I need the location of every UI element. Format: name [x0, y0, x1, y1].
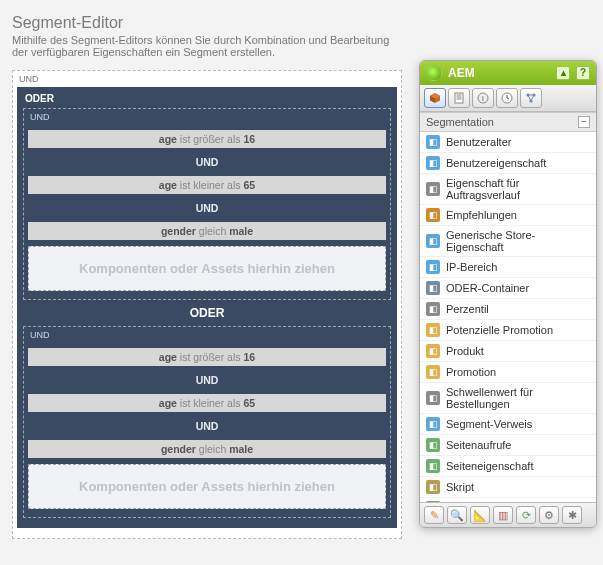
- design-button[interactable]: 📐: [470, 506, 490, 524]
- component-item[interactable]: ◧Benutzeralter: [420, 132, 596, 153]
- rule-operator: ist kleiner als: [180, 179, 244, 191]
- component-item[interactable]: ◧ODER-Container: [420, 278, 596, 299]
- component-item[interactable]: ◧Eigenschaft für Auftragsverlauf: [420, 174, 596, 205]
- globe-icon: ⚙: [544, 510, 554, 521]
- component-icon: ◧: [426, 323, 440, 337]
- component-label: Generische Store-Eigenschaft: [446, 229, 590, 253]
- component-label: Produkt: [446, 345, 484, 357]
- tab-page[interactable]: [448, 88, 470, 108]
- reload-button[interactable]: ⟳: [516, 506, 536, 524]
- pencil-icon: ✎: [430, 510, 439, 521]
- tab-info[interactable]: i: [472, 88, 494, 108]
- rule-row[interactable]: gender gleich male: [28, 440, 386, 458]
- rule-field: gender: [161, 225, 196, 237]
- and-label: UND: [28, 329, 386, 344]
- edit-button[interactable]: ✎: [424, 506, 444, 524]
- and-separator: UND: [28, 416, 386, 436]
- rule-row[interactable]: age ist kleiner als 65: [28, 176, 386, 194]
- magnifier-icon: 🔍: [450, 510, 464, 521]
- svg-text:i: i: [482, 94, 484, 103]
- help-icon[interactable]: ?: [576, 66, 590, 80]
- rule-value: 65: [243, 179, 255, 191]
- sidekick-section-header[interactable]: Segmentation −: [420, 112, 596, 132]
- component-dropzone[interactable]: Komponenten oder Assets hierhin ziehen: [28, 464, 386, 509]
- websites-button[interactable]: ▥: [493, 506, 513, 524]
- page-icon: [453, 92, 465, 104]
- component-label: Perzentil: [446, 303, 489, 315]
- rule-field: age: [159, 133, 177, 145]
- rule-field: age: [159, 351, 177, 363]
- and-container-inner[interactable]: UND age ist größer als 16 UND age ist kl…: [23, 326, 391, 518]
- sidekick-header[interactable]: AEM ▴ ?: [420, 61, 596, 85]
- reload-icon: ⟳: [522, 510, 531, 521]
- component-dropzone[interactable]: Komponenten oder Assets hierhin ziehen: [28, 246, 386, 291]
- page-subtitle: Mithilfe des Segment-Editors können Sie …: [12, 34, 402, 58]
- component-list: ◧Benutzeralter◧Benutzereigenschaft◧Eigen…: [420, 132, 596, 502]
- or-separator: ODER: [23, 300, 391, 326]
- component-item[interactable]: ◧Generische Store-Eigenschaft: [420, 226, 596, 257]
- rule-row[interactable]: age ist größer als 16: [28, 348, 386, 366]
- component-item[interactable]: ◧Benutzereigenschaft: [420, 153, 596, 174]
- component-item[interactable]: ◧Promotion: [420, 362, 596, 383]
- component-item[interactable]: ◧Empfehlungen: [420, 205, 596, 226]
- rule-row[interactable]: gender gleich male: [28, 222, 386, 240]
- component-item[interactable]: ◧Seitenaufrufe: [420, 435, 596, 456]
- and-separator: UND: [28, 370, 386, 390]
- rule-value: male: [229, 225, 253, 237]
- sidekick-title: AEM: [448, 66, 475, 80]
- sidekick-tabs: i: [420, 85, 596, 112]
- component-icon: ◧: [426, 234, 440, 248]
- or-label: ODER: [23, 91, 391, 108]
- or-container[interactable]: ODER UND age ist größer als 16 UND age i…: [17, 87, 397, 528]
- sidekick-panel[interactable]: AEM ▴ ? i Segmentation − ◧Benutzeralter◧…: [419, 60, 597, 528]
- component-icon: ◧: [426, 365, 440, 379]
- component-item[interactable]: ◧IP-Bereich: [420, 257, 596, 278]
- book-icon: ▥: [498, 510, 508, 521]
- rule-operator: ist größer als: [180, 133, 244, 145]
- rule-field: age: [159, 397, 177, 409]
- component-icon: ◧: [426, 417, 440, 431]
- properties-button[interactable]: ✱: [562, 506, 582, 524]
- and-separator: UND: [28, 198, 386, 218]
- preview-button[interactable]: 🔍: [447, 506, 467, 524]
- and-separator: UND: [28, 152, 386, 172]
- rule-operator: ist größer als: [180, 351, 244, 363]
- component-label: Segment-Verweis: [446, 418, 532, 430]
- rule-row[interactable]: age ist größer als 16: [28, 130, 386, 148]
- tab-workflow[interactable]: [520, 88, 542, 108]
- rule-value: 16: [243, 351, 255, 363]
- component-icon: ◧: [426, 344, 440, 358]
- component-label: Benutzereigenschaft: [446, 157, 546, 169]
- component-item[interactable]: ◧Skript: [420, 477, 596, 498]
- segment-editor: UND ODER UND age ist größer als 16 UND a…: [12, 70, 402, 539]
- component-item[interactable]: ◧Produkt: [420, 341, 596, 362]
- rule-field: gender: [161, 443, 196, 455]
- collapse-icon[interactable]: ▴: [556, 66, 570, 80]
- rule-row[interactable]: age ist kleiner als 65: [28, 394, 386, 412]
- section-collapse-icon[interactable]: −: [578, 116, 590, 128]
- and-container-outer[interactable]: UND ODER UND age ist größer als 16 UND a…: [12, 70, 402, 539]
- component-item[interactable]: ◧Segment-Verweis: [420, 414, 596, 435]
- component-item[interactable]: ◧Perzentil: [420, 299, 596, 320]
- component-item[interactable]: ◧Potenzielle Promotion: [420, 320, 596, 341]
- tab-versioning[interactable]: [496, 88, 518, 108]
- rule-value: male: [229, 443, 253, 455]
- component-item[interactable]: ◧Seiteneigenschaft: [420, 456, 596, 477]
- component-label: Skript: [446, 481, 474, 493]
- and-container-inner[interactable]: UND age ist größer als 16 UND age ist kl…: [23, 108, 391, 300]
- component-label: Benutzeralter: [446, 136, 511, 148]
- ruler-icon: 📐: [473, 510, 487, 521]
- svg-line-16: [528, 95, 531, 101]
- component-icon: ◧: [426, 281, 440, 295]
- info-icon: i: [477, 92, 489, 104]
- rule-operator: gleich: [199, 225, 229, 237]
- component-label: Eigenschaft für Auftragsverlauf: [446, 177, 590, 201]
- component-icon: ◧: [426, 156, 440, 170]
- clientcontext-button[interactable]: ⚙: [539, 506, 559, 524]
- tab-components[interactable]: [424, 88, 446, 108]
- rule-operator: gleich: [199, 443, 229, 455]
- component-icon: ◧: [426, 438, 440, 452]
- component-item[interactable]: ◧Schwellenwert für Bestellungen: [420, 383, 596, 414]
- rule-operator: ist kleiner als: [180, 397, 244, 409]
- and-label: UND: [28, 111, 386, 126]
